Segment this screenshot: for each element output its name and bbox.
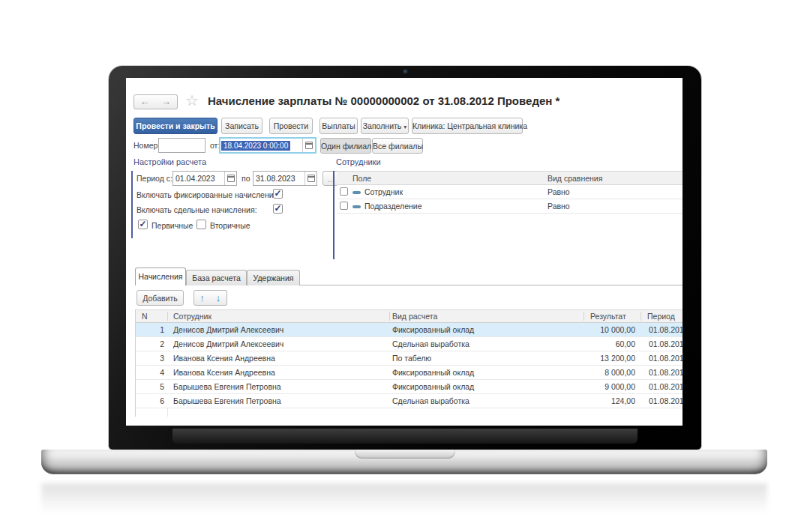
calc-type-cell: Сдельная выработка [392,396,470,405]
field-item-icon [352,205,361,208]
employees-row[interactable]: Подразделение Равно [337,199,682,214]
table-row[interactable]: 5 Барышева Евгения Петровна Фиксированны… [136,380,682,394]
calendar-icon[interactable] [308,175,315,182]
result-cell: 9 000,00 [556,382,635,391]
period-from-field[interactable]: 01.04.2023 [172,171,237,186]
employees-section-title: Сотрудники [336,157,381,166]
field-name: Сотрудник [364,187,403,196]
settings-group-border [131,171,133,238]
laptop-lid-notch [355,450,455,459]
employee-cell: Денисов Дмитрий Алексеевич [173,325,284,334]
calendar-icon[interactable] [227,175,235,182]
move-up-button[interactable]: ↑ [194,290,211,306]
app-window: ← → ☆ Начисление зарплаты № 00000000002 … [126,78,682,426]
tab-calculation-base[interactable]: База расчета [186,270,247,285]
fill-label: Заполнить [363,121,402,130]
chevron-down-icon: ▾ [404,124,406,130]
period-cell: 01.08.2012 [649,382,682,391]
tab-accruals[interactable]: Начисления [135,267,186,285]
include-fixed-checkbox[interactable]: ✓ [273,189,283,199]
period-from-value[interactable]: 01.04.2023 [173,174,224,183]
laptop-bezel: ← → ☆ Начисление зарплаты № 00000000002 … [109,66,701,450]
row-checkbox[interactable] [340,187,348,196]
table-row[interactable]: 4 Иванова Ксения Андреевна Фиксированный… [136,366,682,380]
period-label: Период с: [136,174,172,183]
employees-table-header: Поле Вид сравнения [337,171,682,185]
employee-cell: Барышева Евгения Петровна [173,382,281,391]
calc-type-cell: Сдельная выработка [392,339,470,348]
comparison-value: Равно [548,202,570,211]
column-header-employee[interactable]: Сотрудник [173,312,212,321]
result-cell: 13 200,00 [556,354,635,363]
table-row[interactable]: 6 Барышева Евгения Петровна Сдельная выр… [136,394,682,408]
accruals-table: N Сотрудник Вид расчета Результат Период… [135,309,682,417]
period-to-field[interactable]: 31.08.2023 [253,171,317,186]
column-header-result[interactable]: Результат [590,312,626,321]
column-header-comparison[interactable]: Вид сравнения [548,174,602,183]
calc-type-cell: Фиксированный оклад [392,368,474,377]
calc-type-cell: Фиксированный оклад [392,325,474,334]
result-cell: 60,00 [556,339,635,348]
post-button[interactable]: Провести [269,118,313,134]
date-field[interactable]: 18.04.2023 0:00:00 [219,137,316,154]
clinic-button[interactable]: Клиника: Центральная клиника [412,118,523,134]
back-button[interactable]: ← [134,94,156,109]
period-cell: 01.08.2012 [649,354,682,363]
all-branches-button[interactable]: Все филиалы [372,138,423,154]
forward-button[interactable]: → [155,94,178,109]
column-header-field[interactable]: Поле [352,174,371,183]
save-button[interactable]: Записать [221,118,262,134]
comparison-value: Равно [548,187,570,196]
field-item-icon [352,191,361,194]
primary-checkbox[interactable]: ✓ [138,220,148,229]
row-checkbox[interactable] [340,202,348,210]
number-label: Номер: [134,141,160,150]
move-down-button[interactable]: ↓ [210,290,227,306]
result-cell: 8 000,00 [556,368,635,377]
number-field[interactable] [158,138,206,153]
post-and-close-button[interactable]: Провести и закрыть [134,118,218,134]
period-cell: 01.08.2012 [649,325,682,334]
result-cell: 124,00 [556,396,635,405]
webcam [403,69,409,75]
primary-label[interactable]: Первичные [152,221,193,230]
period-cell: 01.08.2012 [649,339,682,348]
field-name: Подразделение [364,202,422,211]
settings-section-title: Настройки расчета [134,157,206,166]
one-branch-button[interactable]: Один филиал [320,138,371,154]
employee-cell: Иванова Ксения Андреевна [173,354,275,363]
laptop-hinge [172,429,638,444]
column-header-calc-type[interactable]: Вид расчета [392,312,437,321]
payments-button[interactable]: Выплаты [320,118,358,134]
period-to-value[interactable]: 31.08.2023 [254,174,304,183]
secondary-checkbox[interactable] [196,220,206,229]
include-piecework-checkbox[interactable]: ✓ [273,204,283,214]
column-header-n[interactable]: N [142,312,148,321]
employee-cell: Иванова Ксения Андреевна [173,368,275,377]
accruals-table-header: N Сотрудник Вид расчета Результат Период [136,309,682,323]
laptop-base [41,450,767,474]
result-cell: 10 000,00 [556,325,635,334]
tab-deductions[interactable]: Удержания [247,270,300,285]
calc-type-cell: По табелю [392,354,431,363]
employees-group-border [333,171,334,259]
page-title: Начисление зарплаты № 00000000002 от 31.… [208,94,560,107]
table-row[interactable]: 3 Иванова Ксения Андреевна По табелю 13 … [136,351,682,366]
fill-dropdown-button[interactable]: Заполнить ▾ [361,118,409,134]
employee-cell: Барышева Евгения Петровна [173,396,281,405]
column-header-period[interactable]: Период [647,312,675,321]
secondary-label[interactable]: Вторичные [210,221,250,230]
employee-cell: Денисов Дмитрий Алексеевич [173,339,284,348]
date-value[interactable]: 18.04.2023 0:00:00 [221,141,290,151]
calendar-icon[interactable] [305,142,313,149]
table-row[interactable]: 1 Денисов Дмитрий Алексеевич Фиксированн… [136,323,682,337]
include-fixed-label: Включать фиксированные начисления: [136,190,280,199]
laptop-reflection [41,483,767,513]
period-cell: 01.08.2012 [649,368,682,377]
add-button[interactable]: Добавить [136,290,184,306]
table-row[interactable]: 2 Денисов Дмитрий Алексеевич Сдельная вы… [136,337,682,351]
period-to-label: по [242,174,250,183]
favorite-star-icon[interactable]: ☆ [185,92,199,109]
calc-type-cell: Фиксированный оклад [392,382,474,391]
employees-row[interactable]: Сотрудник Равно [337,185,682,199]
